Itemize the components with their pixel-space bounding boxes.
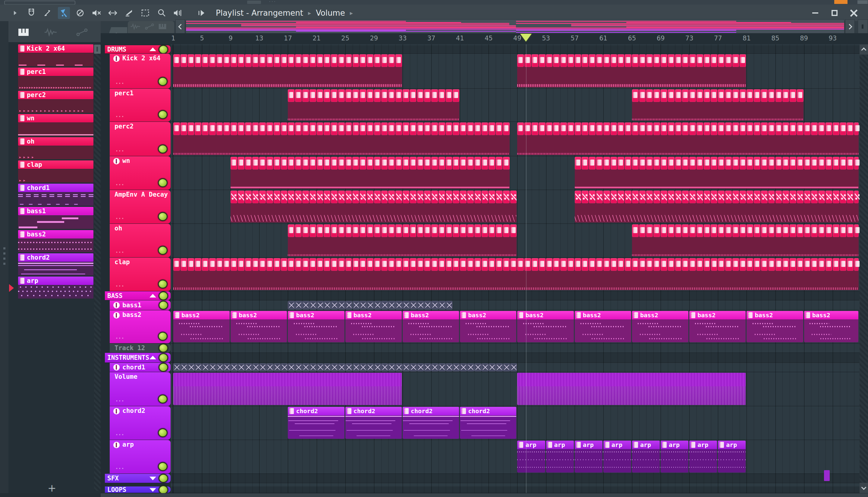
pattern-clip[interactable] [195,258,201,271]
pattern-clip[interactable] [424,258,431,271]
pattern-clip[interactable] [446,224,452,237]
pattern-clip[interactable] [797,89,804,102]
pattern-clip[interactable] [704,123,710,135]
pattern-clip[interactable] [424,157,431,170]
pattern-clip[interactable] [568,54,574,67]
pattern-clip[interactable] [431,224,438,237]
pattern-clip[interactable] [804,123,811,135]
pattern-clip[interactable] [381,190,388,203]
pattern-clip[interactable] [718,224,724,237]
pattern-clip[interactable] [395,224,402,237]
pattern-clip[interactable] [625,258,631,271]
pattern-clip[interactable] [388,258,395,271]
draw-pencil-tool-icon[interactable] [42,7,54,19]
pattern-clip[interactable] [460,157,467,170]
clip-bass2[interactable]: bass2 [403,311,459,342]
playhead-marker[interactable] [520,34,532,42]
vertical-scrollbar[interactable] [859,44,868,493]
pattern-clip[interactable] [295,89,302,102]
pattern-clip[interactable] [854,157,859,170]
pattern-clip[interactable] [740,224,746,237]
pattern-clip[interactable] [188,258,194,271]
muted-clip[interactable] [381,364,388,371]
pattern-clip[interactable] [439,258,445,271]
pattern-clip[interactable] [317,190,323,203]
pattern-clip[interactable] [689,123,696,135]
pattern-clip[interactable] [668,190,675,203]
breadcrumb-title[interactable]: Playlist - Arrangement [216,9,303,17]
piano-icon[interactable] [159,23,166,30]
collapse-arrow-icon[interactable] [149,477,156,480]
pattern-clip[interactable] [352,224,359,237]
pattern-clip[interactable] [202,54,209,67]
pattern-clip[interactable] [460,123,467,135]
pattern-clip[interactable] [718,157,724,170]
pattern-clip[interactable] [417,224,424,237]
pattern-clip[interactable] [625,190,631,203]
pattern-clip[interactable] [259,190,266,203]
muted-clip[interactable] [295,301,302,309]
pattern-clip[interactable] [238,123,245,135]
pattern-clip[interactable] [747,224,753,237]
pattern-clip[interactable] [754,123,761,135]
pattern-clip[interactable] [754,224,761,237]
pattern-clip[interactable] [610,157,617,170]
pattern-clip[interactable] [223,123,230,135]
scroll-up-button[interactable] [859,44,868,55]
pattern-clip[interactable] [682,258,689,271]
muted-clip[interactable] [324,301,330,309]
pattern-clip[interactable] [675,123,682,135]
pattern-clip[interactable] [324,54,330,67]
pattern-clip[interactable] [718,258,724,271]
track-options-dots[interactable]: ··· [116,465,125,472]
pattern-clip[interactable] [231,258,237,271]
maximize-button[interactable] [830,9,838,17]
pattern-clip[interactable] [317,157,323,170]
picker-scrollbar[interactable] [94,45,101,491]
pattern-clip[interactable] [696,258,703,271]
paint-brush-tool-icon[interactable] [58,7,70,19]
pattern-item-clap[interactable]: clap▸ ▸ [18,160,93,183]
pattern-clip[interactable] [696,54,703,67]
pattern-clip[interactable] [661,89,667,102]
pattern-clip[interactable] [417,190,424,203]
pattern-clip[interactable] [345,258,352,271]
pattern-clip[interactable] [740,54,746,67]
pattern-clip[interactable] [682,190,689,203]
track-mute-led[interactable] [159,353,168,362]
pattern-clip[interactable] [517,258,524,271]
clip-arp[interactable]: arp [689,441,717,472]
muted-clip[interactable] [417,364,424,371]
muted-clip[interactable] [173,364,180,371]
pattern-item-bass2[interactable]: bass2 [18,230,93,252]
pattern-clip[interactable] [295,190,302,203]
pattern-clip[interactable] [553,54,560,67]
track-mute-led[interactable] [158,110,167,119]
pattern-clip[interactable] [776,123,782,135]
pattern-clip[interactable] [453,89,459,102]
pattern-clip[interactable] [833,157,839,170]
pattern-clip[interactable] [732,157,739,170]
collapse-arrow-icon[interactable] [149,356,156,359]
pattern-clip[interactable] [711,54,717,67]
pattern-clip[interactable] [589,190,595,203]
pattern-clip[interactable] [618,123,624,135]
pattern-clip[interactable] [310,190,316,203]
pattern-clip[interactable] [381,224,388,237]
pattern-clip[interactable] [374,89,381,102]
pattern-clip[interactable] [317,224,323,237]
track-header-oh[interactable]: oh··· [110,224,171,257]
pattern-clip[interactable] [395,123,402,135]
pattern-clip[interactable] [575,54,582,67]
pattern-clip[interactable] [818,157,825,170]
pattern-clip[interactable] [295,54,302,67]
pattern-clip[interactable] [245,157,252,170]
pattern-clip[interactable] [310,54,316,67]
pattern-clip[interactable] [503,123,510,135]
pattern-clip[interactable] [331,190,338,203]
pattern-clip[interactable] [324,157,330,170]
pattern-clip[interactable] [496,190,502,203]
pattern-clip[interactable] [188,54,194,67]
pattern-clip[interactable] [653,157,660,170]
pattern-clip[interactable] [632,157,639,170]
